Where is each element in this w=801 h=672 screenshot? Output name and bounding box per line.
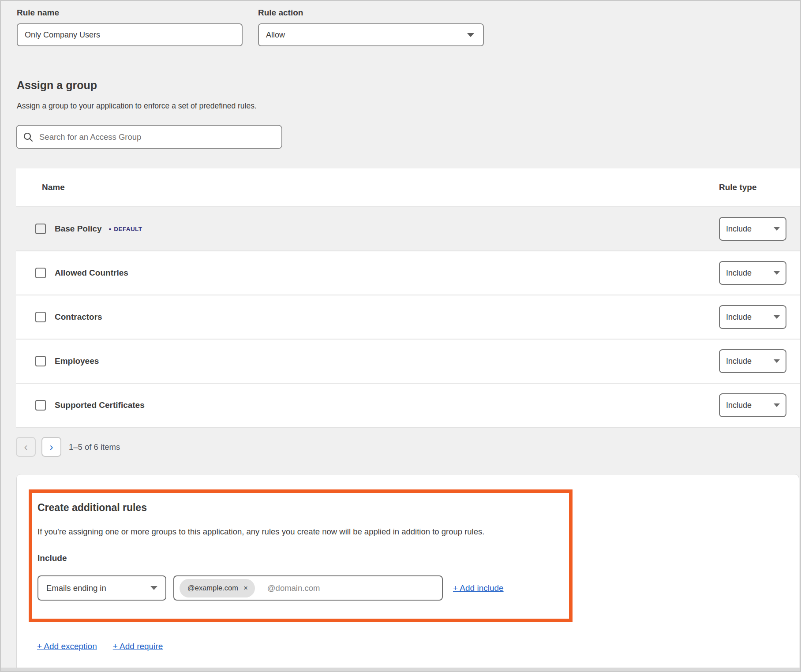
rule-type-value: Include [726,401,752,410]
access-rule-page: Rule name Rule action Allow Assign a gro… [1,1,800,671]
rule-type-value: Include [726,269,752,278]
row-left-cell: Employees [16,356,719,366]
pagination: ‹ › 1–5 of 6 items [16,437,800,457]
rule-name-field-group: Rule name [17,8,243,46]
table-row: Base Policy •DEFAULT Include [16,207,801,251]
row-checkbox[interactable] [35,356,46,366]
rule-name-label: Rule name [17,8,243,18]
row-checkbox[interactable] [35,268,46,278]
default-badge: •DEFAULT [109,225,142,233]
rule-type-value: Include [726,357,752,366]
group-name: Employees [55,356,99,366]
next-page-button[interactable]: › [41,437,61,457]
row-checkbox[interactable] [35,400,46,411]
row-right-cell: Include [719,217,801,241]
row-left-cell: Contractors [16,312,719,322]
rule-type-select[interactable]: Include [719,393,786,417]
create-additional-rules-description: If you're assigning one or more groups t… [37,527,558,537]
add-exception-link[interactable]: + Add exception [37,642,97,651]
table-header-row: Name Rule type [16,168,801,207]
email-domains-tag-input[interactable]: @example.com × [173,575,443,601]
row-right-cell: Include [719,349,801,373]
column-header-name: Name [16,183,719,192]
rule-type-select[interactable]: Include [719,261,786,285]
chevron-right-icon: › [50,442,53,452]
rule-type-select[interactable]: Include [719,349,786,373]
row-right-cell: Include [719,305,801,329]
table-row: Supported Certificates Include [16,384,801,428]
group-name: Allowed Countries [55,268,128,278]
group-name: Contractors [55,312,102,322]
rule-type-value: Include [726,224,752,234]
rule-type-select[interactable]: Include [719,217,786,241]
table-row: Contractors Include [16,295,801,340]
chevron-down-icon [774,315,780,319]
previous-page-button[interactable]: ‹ [16,437,36,457]
chevron-down-icon [774,227,780,231]
additional-rules-card: Create additional rules If you're assign… [16,474,799,671]
group-name: Base Policy [55,224,102,234]
domain-input[interactable] [267,583,437,593]
rule-criteria-value: Emails ending in [46,583,106,593]
rule-links-row: + Add exception + Add require [37,642,799,651]
chevron-down-icon [467,33,474,37]
row-right-cell: Include [719,393,801,417]
rule-form-row: Rule name Rule action Allow [1,8,800,46]
row-checkbox[interactable] [35,312,46,322]
search-input[interactable] [39,132,275,142]
assign-group-heading: Assign a group [17,79,800,92]
chevron-down-icon [150,586,157,590]
chevron-down-icon [774,403,780,407]
row-left-cell: Base Policy •DEFAULT [16,224,719,234]
badge-bullet-icon: • [109,225,112,233]
chip-label: @example.com [187,584,238,592]
row-checkbox[interactable] [35,224,46,234]
group-name: Supported Certificates [55,400,145,410]
rule-action-value: Allow [266,30,285,40]
create-additional-rules-heading: Create additional rules [37,502,558,514]
add-require-link[interactable]: + Add require [113,642,163,651]
row-right-cell: Include [719,261,801,285]
search-icon [23,132,34,142]
close-icon[interactable]: × [243,584,248,592]
rule-action-select[interactable]: Allow [258,23,484,46]
access-groups-table: Name Rule type Base Policy •DEFAULT Incl… [16,168,801,428]
rule-name-input[interactable] [17,23,243,46]
rule-criteria-select[interactable]: Emails ending in [37,575,166,601]
row-left-cell: Supported Certificates [16,400,719,411]
table-row: Employees Include [16,340,801,384]
assign-group-description: Assign a group to your application to en… [17,101,800,111]
default-badge-label: DEFAULT [114,226,142,232]
access-group-search[interactable] [16,125,282,149]
include-rule-row: Emails ending in @example.com × + Add in… [37,575,558,601]
chevron-down-icon [774,359,780,363]
rule-action-field-group: Rule action Allow [258,8,484,46]
pagination-label: 1–5 of 6 items [69,442,120,452]
column-header-rule-type: Rule type [719,183,801,192]
include-section-label: Include [37,553,558,563]
rule-action-label: Rule action [258,8,484,18]
chevron-left-icon: ‹ [24,442,28,452]
rule-type-select[interactable]: Include [719,305,786,329]
bottom-scrollbar[interactable] [1,668,800,671]
email-domain-chip: @example.com × [180,579,255,597]
create-additional-rules-highlight: Create additional rules If you're assign… [29,489,573,622]
add-include-link[interactable]: + Add include [453,583,504,593]
row-left-cell: Allowed Countries [16,268,719,278]
rule-type-value: Include [726,313,752,322]
table-row: Allowed Countries Include [16,251,801,295]
chevron-down-icon [774,271,780,275]
